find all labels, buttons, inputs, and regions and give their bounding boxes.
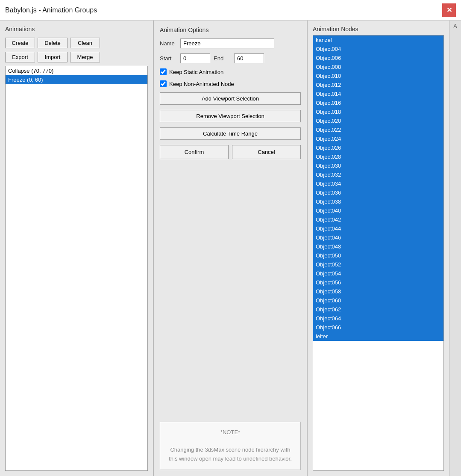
node-item[interactable]: kanzel [313,35,443,44]
note-text: Changing the 3dsMax scene node hierarchy… [166,446,294,464]
node-item[interactable]: Object040 [313,206,443,215]
far-right-panel: A [449,21,461,476]
animation-item[interactable]: Freeze (0, 60) [6,75,147,84]
start-label: Start [160,55,177,62]
node-item[interactable]: Object044 [313,224,443,233]
keep-static-checkbox[interactable] [160,68,167,75]
node-item[interactable]: Object028 [313,152,443,161]
node-item[interactable]: Object058 [313,287,443,296]
cancel-button[interactable]: Cancel [232,145,301,159]
node-item[interactable]: Object060 [313,296,443,305]
node-item[interactable]: Object014 [313,89,443,98]
keep-non-animated-checkbox[interactable] [160,80,167,87]
node-item[interactable]: Object052 [313,260,443,269]
node-item[interactable]: Object048 [313,242,443,251]
note-title: *NOTE* [166,428,294,437]
merge-button[interactable]: Merge [70,52,100,62]
note-box: *NOTE* Changing the 3dsMax scene node hi… [160,422,301,470]
node-item[interactable]: Object006 [313,53,443,62]
range-row: Start End [160,53,301,63]
node-item[interactable]: Object064 [313,314,443,323]
node-item[interactable]: Object062 [313,305,443,314]
keep-static-row: Keep Static Animation [160,68,301,75]
animations-panel: Animations Create Delete Clean Export Im… [0,21,154,476]
calculate-time-button[interactable]: Calculate Time Range [160,127,301,140]
node-item[interactable]: Object054 [313,269,443,278]
node-item[interactable]: Object030 [313,161,443,170]
animations-button-row2: Export Import Merge [5,52,148,62]
delete-button[interactable]: Delete [38,38,68,48]
nodes-list[interactable]: kanzelObject004Object006Object008Object0… [313,35,444,471]
title-bar: Babylon.js - Animation Groups ✕ [0,0,461,21]
options-panel-title: Animation Options [160,27,301,33]
import-button[interactable]: Import [38,52,68,62]
node-item[interactable]: Object026 [313,143,443,152]
options-panel: Animation Options Name Start End Keep St… [154,21,308,476]
node-item[interactable]: Object022 [313,125,443,134]
node-item[interactable]: Object012 [313,80,443,89]
node-item[interactable]: Object008 [313,62,443,71]
node-item[interactable]: leiter [313,332,443,341]
node-item[interactable]: Object066 [313,323,443,332]
node-item[interactable]: Object034 [313,179,443,188]
far-right-label: A [453,23,457,29]
node-item[interactable]: Object032 [313,170,443,179]
create-button[interactable]: Create [5,38,35,48]
start-input[interactable] [180,53,210,63]
nodes-container: kanzelObject004Object006Object008Object0… [313,35,444,471]
remove-viewport-button[interactable]: Remove Viewport Selection [160,110,301,122]
node-item[interactable]: Object010 [313,71,443,80]
animations-panel-title: Animations [5,26,148,33]
node-item[interactable]: Object016 [313,98,443,107]
node-item[interactable]: Object020 [313,116,443,125]
animations-button-row1: Create Delete Clean [5,38,148,48]
nodes-panel: Animation Nodes kanzelObject004Object006… [308,21,449,476]
end-input[interactable] [234,53,264,63]
close-button[interactable]: ✕ [442,3,456,17]
node-item[interactable]: Object050 [313,251,443,260]
add-viewport-button[interactable]: Add Viewport Selection [160,92,301,105]
animation-item[interactable]: Collapse (70, 770) [6,66,147,75]
end-label: End [214,55,231,62]
node-item[interactable]: Object024 [313,134,443,143]
export-button[interactable]: Export [5,52,35,62]
main-content: Animations Create Delete Clean Export Im… [0,21,461,476]
node-item[interactable]: Object042 [313,215,443,224]
node-item[interactable]: Object038 [313,197,443,206]
confirm-row: Confirm Cancel [160,145,301,159]
node-item[interactable]: Object018 [313,107,443,116]
window-title: Babylon.js - Animation Groups [5,6,97,14]
confirm-button[interactable]: Confirm [160,145,229,159]
node-item[interactable]: Object036 [313,188,443,197]
nodes-panel-title: Animation Nodes [313,26,444,33]
animation-list[interactable]: Collapse (70, 770)Freeze (0, 60) [5,66,148,471]
node-item[interactable]: Object056 [313,278,443,287]
keep-static-label: Keep Static Animation [169,69,223,75]
name-input[interactable] [180,38,274,48]
clean-button[interactable]: Clean [70,38,100,48]
node-item[interactable]: Object046 [313,233,443,242]
keep-non-animated-label: Keep Non-Animated Node [169,81,234,87]
name-label: Name [160,40,177,47]
name-row: Name [160,38,301,48]
node-item[interactable]: Object004 [313,44,443,53]
keep-non-animated-row: Keep Non-Animated Node [160,80,301,87]
